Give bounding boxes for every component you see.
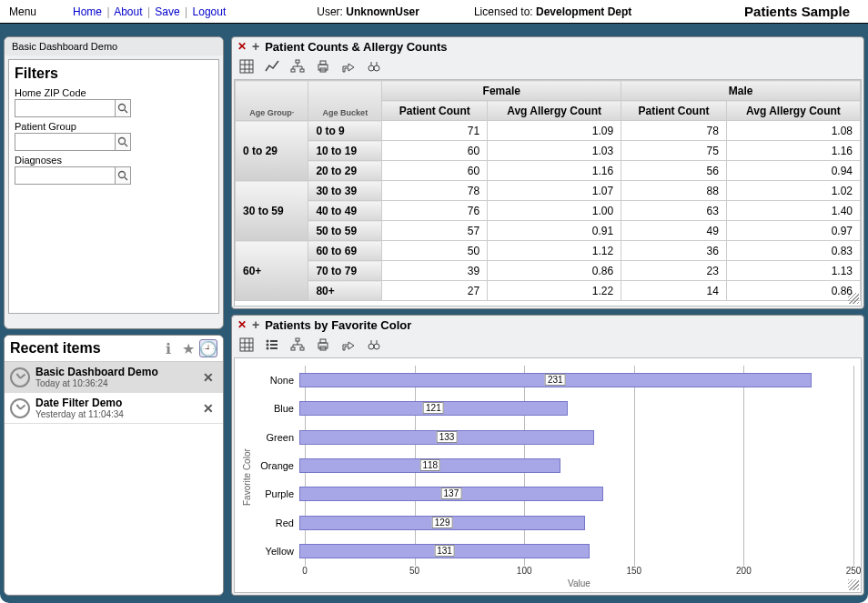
close-icon[interactable]: ✕ [237,40,247,53]
table-row: 40 to 49761.00631.40 [236,201,861,221]
row-bucket[interactable]: 30 to 39 [308,181,382,201]
print-icon[interactable] [314,57,332,75]
filter-field: Patient Group [15,121,213,151]
svg-rect-37 [291,347,295,350]
logout-link[interactable]: Logout [193,5,227,18]
svg-point-34 [267,347,269,350]
add-icon[interactable]: + [252,39,259,54]
add-icon[interactable]: + [252,317,259,332]
recent-item[interactable]: Basic Dashboard DemoToday at 10:36:24✕ [5,362,223,393]
table-row: 70 to 79390.86231.13 [236,261,861,281]
filter-label: Patient Group [15,121,213,132]
cell-value: 50 [382,241,488,261]
row-group[interactable]: 30 to 59 [236,181,308,241]
hierarchy-icon[interactable] [288,57,307,75]
binoculars-icon[interactable] [365,336,383,354]
close-icon[interactable]: ✕ [199,401,217,416]
row-bucket[interactable]: 80+ [308,281,382,301]
chart-tick: 250 [846,566,862,576]
close-icon[interactable]: ✕ [199,370,217,385]
recent-name: Basic Dashboard Demo [35,366,199,378]
export-icon[interactable] [339,336,358,354]
license-info: Licensed to: Development Dept [474,5,631,18]
col-measure[interactable]: Avg Allergy Count [488,101,621,121]
home-link[interactable]: Home [73,5,102,18]
col-measure[interactable]: Patient Count [382,101,488,121]
filter-input[interactable] [15,135,115,149]
cell-value: 27 [382,281,488,301]
menu-button[interactable]: Menu [9,5,36,18]
top-bar: Menu Home | About | Save | Logout User: … [0,0,868,24]
chart-barzone: 231 [299,373,853,387]
cell-value: 63 [621,201,727,221]
row-bucket[interactable]: 70 to 79 [308,261,382,281]
chart-bar-row: Red129 [256,514,853,532]
chart-bar-row: Green133 [256,428,853,447]
recent-text: Date Filter DemoYesterday at 11:04:34 [35,397,199,419]
svg-rect-11 [296,60,299,63]
col-group[interactable]: Female [382,81,621,101]
row-bucket[interactable]: 0 to 9 [308,121,382,141]
chart-tick: 150 [626,566,641,576]
search-icon[interactable] [115,100,130,116]
cell-value: 0.86 [488,261,621,281]
row-bucket[interactable]: 60 to 69 [308,241,382,261]
cell-value: 0.83 [726,241,860,261]
chart-bar-row: Purple137 [256,485,853,503]
pivot-table-wrap[interactable]: Age Group·Age BucketFemaleMalePatient Co… [234,79,862,307]
grid-icon[interactable] [237,57,256,75]
cell-value: 1.08 [726,121,860,141]
binoculars-icon[interactable] [365,57,383,75]
chart-tick: 100 [517,566,532,576]
cell-value: 57 [382,221,488,241]
cell-value: 78 [382,181,488,201]
star-icon[interactable]: ★ [179,339,197,357]
filter-input[interactable] [15,168,115,183]
chart-bar-label: 121 [423,402,444,414]
chart-barzone: 121 [299,401,853,416]
list-icon[interactable] [263,336,281,354]
print-icon[interactable] [314,336,332,354]
filter-input-wrap [15,99,131,117]
hierarchy-icon[interactable] [288,336,307,354]
widget-toolbar [232,334,863,356]
row-bucket[interactable]: 10 to 19 [308,141,382,161]
corner-agegroup[interactable]: Age Group· [236,81,308,121]
cell-value: 1.16 [726,141,860,161]
close-icon[interactable]: ✕ [237,318,247,331]
chart-category: Green [256,432,299,443]
row-group[interactable]: 60+ [236,241,308,301]
clock-icon[interactable]: 🕘 [199,339,217,357]
grid-icon[interactable] [237,336,256,354]
search-icon[interactable] [115,134,130,150]
save-link[interactable]: Save [155,5,179,18]
recent-panel: Recent items ℹ ★ 🕘 Basic Dashboard DemoT… [4,335,224,596]
chart-bar-label: 118 [419,459,440,471]
chart-category: Purple [256,488,299,499]
col-measure[interactable]: Avg Allergy Count [726,101,860,121]
col-measure[interactable]: Patient Count [621,101,727,121]
cell-value: 71 [382,121,488,141]
row-bucket[interactable]: 40 to 49 [308,201,382,221]
row-bucket[interactable]: 20 to 29 [308,161,382,181]
svg-rect-36 [296,338,299,341]
chart-barzone: 129 [299,516,853,530]
recent-item[interactable]: Date Filter DemoYesterday at 11:04:34✕ [5,393,223,424]
pivot-table: Age Group·Age BucketFemaleMalePatient Co… [235,80,861,301]
resize-handle[interactable] [848,293,859,304]
corner-agebucket[interactable]: Age Bucket [308,81,382,121]
filter-label: Diagnoses [15,155,213,166]
row-group[interactable]: 0 to 29 [236,121,308,181]
chart-rows: None231Blue121Green133Orange118Purple137… [256,366,853,566]
search-icon[interactable] [115,167,130,184]
row-bucket[interactable]: 50 to 59 [308,221,382,241]
cell-value: 1.00 [488,201,621,221]
col-group[interactable]: Male [621,81,861,101]
filter-input[interactable] [15,101,115,116]
export-icon[interactable] [339,57,358,75]
cell-value: 1.02 [726,181,860,201]
chart-icon[interactable] [263,57,281,75]
info-icon[interactable]: ℹ [159,339,177,357]
resize-handle[interactable] [848,579,859,590]
about-link[interactable]: About [114,5,142,18]
